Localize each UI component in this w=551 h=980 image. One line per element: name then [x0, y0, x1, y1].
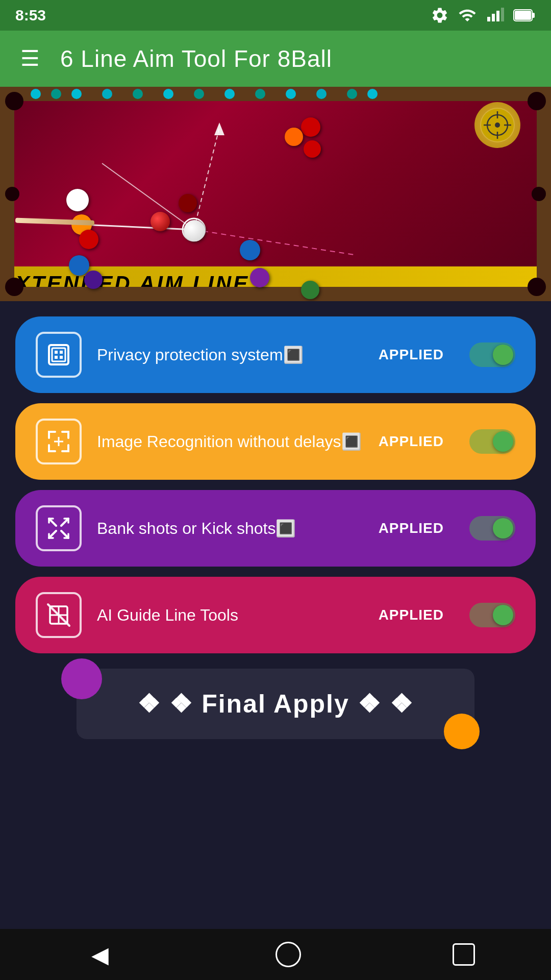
final-apply-label: ❖ ❖ Final Apply ❖ ❖: [137, 690, 413, 718]
svg-rect-3: [501, 8, 504, 21]
svg-line-9: [194, 230, 357, 255]
recent-apps-button[interactable]: [453, 943, 475, 966]
image-recognition-status: APPLIED: [379, 433, 444, 450]
image-recognition-toggle-knob: [493, 431, 513, 452]
privacy-status: APPLIED: [379, 347, 444, 363]
privacy-toggle[interactable]: [469, 342, 515, 367]
image-recognition-card[interactable]: Image Recognition without delays🔳 APPLIE…: [15, 403, 536, 480]
app-title: 6 Line Aim Tool For 8Ball: [60, 45, 332, 72]
gear-icon: [431, 6, 449, 24]
privacy-label: Privacy protection system🔳: [97, 345, 363, 364]
ai-guide-icon: [36, 592, 82, 638]
app-bar: ☰ 6 Line Aim Tool For 8Ball: [0, 31, 551, 87]
svg-rect-0: [487, 17, 490, 21]
image-recognition-toggle[interactable]: [469, 429, 515, 454]
ai-guide-toggle-knob: [493, 605, 513, 625]
bank-shots-toggle-knob: [493, 518, 513, 538]
image-recognition-icon: [36, 419, 82, 464]
status-time: 8:53: [15, 7, 46, 24]
ai-guide-card[interactable]: AI Guide Line Tools APPLIED: [15, 577, 536, 653]
ai-guide-label: AI Guide Line Tools: [97, 606, 363, 625]
signal-icon: [486, 6, 504, 24]
privacy-toggle-knob: [493, 345, 513, 365]
svg-line-10: [102, 163, 194, 230]
ai-guide-status: APPLIED: [379, 607, 444, 623]
hamburger-menu[interactable]: ☰: [20, 48, 40, 69]
final-apply-area: ❖ ❖ Final Apply ❖ ❖: [15, 669, 536, 739]
ai-guide-toggle[interactable]: [469, 603, 515, 627]
final-apply-button[interactable]: ❖ ❖ Final Apply ❖ ❖: [77, 669, 474, 739]
bottom-nav: ◀: [0, 929, 551, 980]
decoration-circle-left: [61, 658, 102, 699]
svg-rect-1: [492, 14, 495, 21]
bank-shots-status: APPLIED: [379, 520, 444, 536]
svg-rect-25: [55, 356, 58, 359]
svg-rect-24: [60, 351, 63, 354]
svg-line-8: [194, 128, 219, 230]
pool-table: XTENDED AIM LINE: [0, 87, 551, 301]
wifi-icon: [458, 6, 477, 24]
svg-rect-2: [496, 11, 499, 21]
bank-shots-toggle[interactable]: [469, 516, 515, 541]
home-circle: [276, 942, 301, 967]
svg-rect-23: [55, 351, 58, 354]
svg-marker-12: [214, 122, 224, 135]
recent-square: [453, 943, 475, 966]
svg-rect-26: [60, 356, 63, 359]
svg-rect-6: [515, 11, 531, 20]
hero-image: XTENDED AIM LINE: [0, 87, 551, 301]
main-content: Privacy protection system🔳 APPLIED Image…: [0, 301, 551, 749]
bank-shots-card[interactable]: Bank shots or Kick shots🔳 APPLIED: [15, 490, 536, 567]
privacy-icon: [36, 332, 82, 378]
svg-rect-5: [532, 13, 535, 18]
svg-line-7: [82, 225, 194, 230]
decoration-circle-right: [444, 714, 480, 749]
svg-rect-22: [52, 348, 65, 361]
bank-shots-label: Bank shots or Kick shots🔳: [97, 519, 363, 538]
back-button[interactable]: ◀: [76, 937, 124, 973]
status-bar: 8:53: [0, 0, 551, 31]
privacy-protection-card[interactable]: Privacy protection system🔳 APPLIED: [15, 316, 536, 393]
bank-shots-icon: [36, 505, 82, 551]
home-button[interactable]: [276, 942, 301, 967]
image-recognition-label: Image Recognition without delays🔳: [97, 432, 363, 451]
battery-icon: [513, 8, 536, 22]
status-icons: [431, 6, 536, 24]
